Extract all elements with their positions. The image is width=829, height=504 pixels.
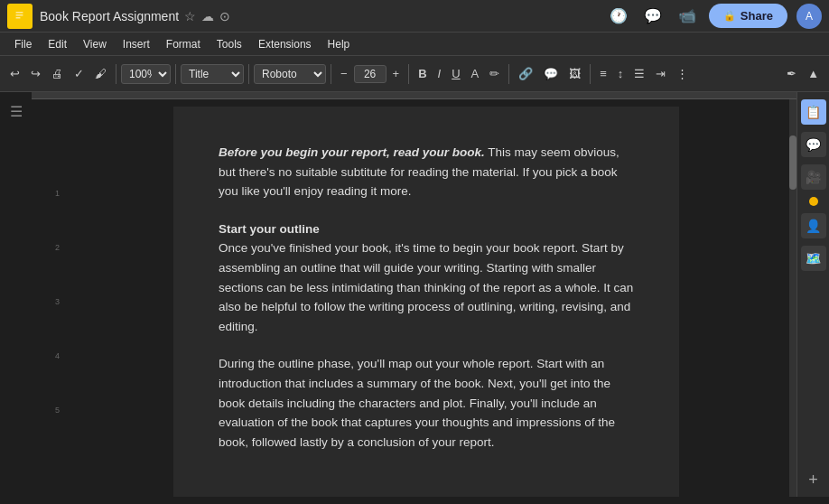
toolbar: ↩ ↪ 🖨 ✓ 🖌 100% 75% 125% Title Normal Hea… bbox=[0, 56, 829, 92]
left-sidebar: ☰ bbox=[0, 92, 32, 497]
menu-insert[interactable]: Insert bbox=[116, 36, 157, 52]
main-area: ☰ 1 2 3 4 5 bbox=[0, 92, 829, 497]
paragraph-1: Before you begin your report, read your … bbox=[219, 143, 634, 201]
pen-btn[interactable]: ✒ bbox=[782, 63, 801, 84]
style-select[interactable]: Title Normal Heading 1 bbox=[181, 64, 244, 84]
heading-start-outline: Start your outline bbox=[219, 219, 634, 239]
chat-btn[interactable]: 💬 bbox=[640, 5, 666, 26]
star-icon[interactable]: ☆ bbox=[184, 9, 196, 23]
scrollbar-track[interactable] bbox=[789, 99, 796, 497]
divider-4 bbox=[331, 64, 331, 84]
share-label: Share bbox=[741, 9, 773, 23]
doc-icon bbox=[7, 4, 33, 29]
cloud-icon[interactable]: ☁ bbox=[201, 9, 214, 23]
undo-btn[interactable]: ↩ bbox=[5, 63, 24, 84]
link-btn[interactable]: 🔗 bbox=[514, 63, 537, 84]
divider-1 bbox=[116, 64, 116, 84]
divider-2 bbox=[175, 64, 176, 84]
margin-numbers: 1 2 3 4 5 bbox=[32, 99, 63, 497]
italic-btn[interactable]: I bbox=[433, 63, 446, 84]
menu-bar: File Edit View Insert Format Tools Exten… bbox=[0, 33, 829, 56]
svg-rect-0 bbox=[14, 9, 26, 23]
right-sidebar-chat[interactable]: 💬 bbox=[801, 132, 826, 157]
bold-btn[interactable]: B bbox=[414, 63, 431, 84]
user-avatar[interactable]: A bbox=[796, 4, 822, 29]
paragraph-2: Start your outline Once you've finished … bbox=[219, 219, 634, 337]
spell-btn[interactable]: ✓ bbox=[70, 63, 88, 84]
print-btn[interactable]: 🖨 bbox=[47, 63, 68, 84]
font-size-increase[interactable]: + bbox=[388, 63, 405, 84]
highlight-btn[interactable]: ✏ bbox=[485, 63, 504, 84]
font-size-decrease[interactable]: − bbox=[336, 63, 352, 84]
right-sidebar-video[interactable]: 🎥 bbox=[801, 164, 826, 190]
underline-btn[interactable]: U bbox=[447, 63, 464, 84]
more-btn[interactable]: ⋮ bbox=[672, 63, 693, 84]
font-size-input[interactable] bbox=[354, 65, 387, 83]
align-btn[interactable]: ≡ bbox=[595, 63, 611, 84]
menu-tools[interactable]: Tools bbox=[210, 36, 249, 52]
paint-btn[interactable]: 🖌 bbox=[90, 63, 111, 84]
right-sidebar-dot-yellow[interactable] bbox=[809, 197, 818, 206]
menu-help[interactable]: Help bbox=[321, 36, 358, 52]
divider-3 bbox=[248, 64, 249, 84]
doc-area: Before you begin your report, read your … bbox=[63, 99, 789, 497]
paragraph-2-body: Once you've finished your book, it's tim… bbox=[219, 238, 634, 336]
image-btn[interactable]: 🖼 bbox=[564, 63, 585, 84]
history-btn[interactable]: 🕐 bbox=[606, 5, 631, 26]
divider-5 bbox=[408, 64, 409, 84]
right-sidebar-clipboard[interactable]: 📋 bbox=[801, 99, 826, 125]
menu-view[interactable]: View bbox=[76, 36, 114, 52]
right-sidebar-add[interactable]: + bbox=[808, 471, 818, 490]
svg-rect-3 bbox=[16, 17, 21, 19]
scrollbar-thumb[interactable] bbox=[789, 135, 796, 190]
doc-page: Before you begin your report, read your … bbox=[173, 107, 679, 497]
title-bar-right: 🕐 💬 📹 🔒 Share A bbox=[606, 4, 822, 29]
collapse-btn[interactable]: ▲ bbox=[803, 63, 824, 84]
text-color-btn[interactable]: A bbox=[467, 63, 484, 84]
divider-7 bbox=[590, 64, 591, 84]
share-button[interactable]: 🔒 Share bbox=[709, 4, 787, 28]
line-spacing-btn[interactable]: ↕ bbox=[613, 63, 629, 84]
zoom-select[interactable]: 100% 75% 125% bbox=[121, 64, 171, 84]
menu-file[interactable]: File bbox=[7, 36, 39, 52]
ruler-area: 1 2 3 4 5 Before you begin your report, … bbox=[32, 92, 796, 497]
menu-edit[interactable]: Edit bbox=[41, 36, 74, 52]
checklist-btn[interactable]: ☰ bbox=[629, 63, 649, 84]
menu-format[interactable]: Format bbox=[159, 36, 208, 52]
redo-btn[interactable]: ↪ bbox=[26, 63, 45, 84]
ruler bbox=[32, 92, 796, 99]
video-btn[interactable]: 📹 bbox=[675, 5, 700, 26]
right-sidebar-person[interactable]: 👤 bbox=[801, 213, 826, 238]
history-icon[interactable]: ⊙ bbox=[219, 9, 230, 23]
svg-rect-2 bbox=[16, 14, 23, 16]
title-bar: Book Report Assignment ☆ ☁ ⊙ 🕐 💬 📹 🔒 Sha… bbox=[0, 0, 829, 33]
title-icon-group: ☆ ☁ ⊙ bbox=[184, 9, 230, 23]
bold-italic-text: Before you begin your report, read your … bbox=[219, 145, 485, 159]
right-sidebar: 📋 💬 🎥 👤 🗺️ + bbox=[796, 92, 829, 497]
comment-btn[interactable]: 💬 bbox=[539, 63, 563, 84]
right-sidebar-map[interactable]: 🗺️ bbox=[801, 246, 826, 271]
lock-icon: 🔒 bbox=[723, 10, 736, 22]
paragraph-3: During the outline phase, you'll map out… bbox=[219, 354, 634, 452]
svg-rect-1 bbox=[16, 12, 23, 14]
menu-extensions[interactable]: Extensions bbox=[251, 36, 319, 52]
indent-btn[interactable]: ⇥ bbox=[651, 63, 670, 84]
divider-6 bbox=[508, 64, 509, 84]
paragraph-1-text: Before you begin your report, read your … bbox=[219, 143, 634, 201]
doc-title: Book Report Assignment bbox=[40, 9, 179, 23]
outline-icon[interactable]: ☰ bbox=[6, 99, 26, 124]
paragraph-3-body: During the outline phase, you'll map out… bbox=[219, 354, 634, 452]
font-select[interactable]: Roboto Arial Times New Roman bbox=[254, 64, 326, 84]
